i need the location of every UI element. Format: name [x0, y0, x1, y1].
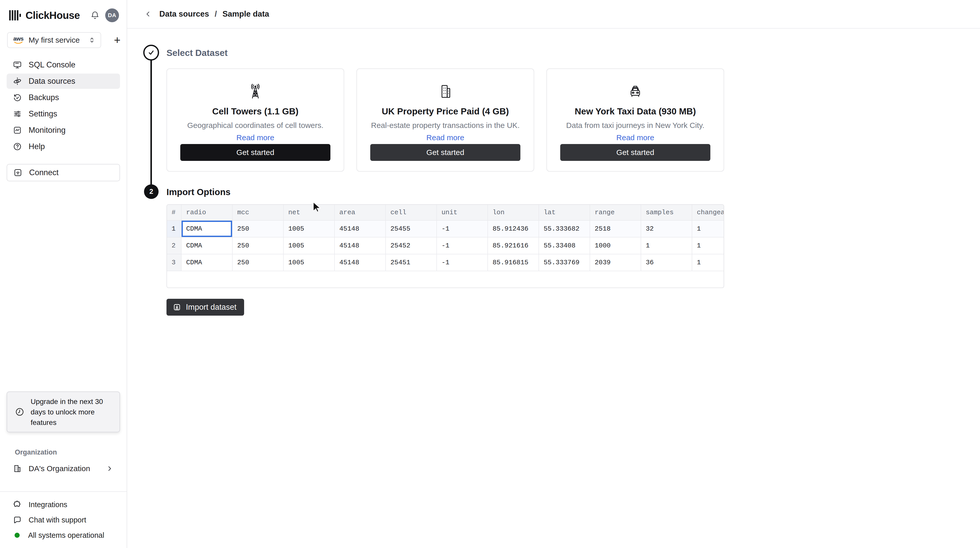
dataset-description: Data from taxi journeys in New York City…: [566, 121, 704, 130]
table-cell[interactable]: 1005: [284, 237, 335, 254]
table-cell[interactable]: 32: [641, 221, 692, 237]
organization-name: DA's Organization: [29, 464, 90, 473]
sidebar-item-sql-console[interactable]: SQL Console: [6, 57, 120, 73]
breadcrumb-data-sources[interactable]: Data sources: [159, 10, 209, 19]
building-icon: [13, 464, 22, 473]
sidebar-item-settings[interactable]: Settings: [6, 106, 120, 121]
import-dataset-label: Import dataset: [186, 303, 237, 312]
table-cell[interactable]: CDMA: [181, 237, 232, 254]
service-selector-row: aws My first service +: [7, 32, 121, 48]
read-more-link[interactable]: Read more: [616, 133, 654, 142]
table-cell[interactable]: 1000: [590, 237, 641, 254]
table-cell[interactable]: 2039: [590, 254, 641, 271]
column-header-radio: radio: [181, 205, 232, 221]
table-row: 1CDMA25010054514825455-185.91243655.3336…: [167, 221, 724, 237]
read-more-link[interactable]: Read more: [426, 133, 464, 142]
chevron-left-icon[interactable]: [144, 10, 152, 18]
table-cell[interactable]: 85.916815: [488, 254, 539, 271]
upgrade-banner[interactable]: Upgrade in the next 30 days to unlock mo…: [6, 392, 120, 432]
footer-item-integrations[interactable]: Integrations: [6, 497, 120, 512]
column-header-lon: lon: [488, 205, 539, 221]
table-cell[interactable]: 1: [692, 221, 724, 237]
import-dataset-button[interactable]: Import dataset: [167, 299, 244, 315]
table-cell[interactable]: 55.333769: [539, 254, 590, 271]
dataset-title: New York Taxi Data (930 MB): [575, 106, 696, 116]
table-cell[interactable]: 250: [232, 221, 284, 237]
breadcrumb-separator: /: [215, 10, 217, 19]
preview-table: #radiomccnetareacellunitlonlatrangesampl…: [167, 204, 724, 288]
table-cell[interactable]: 85.921616: [488, 237, 539, 254]
footer-item-chat-with-support[interactable]: Chat with support: [6, 512, 120, 527]
row-index[interactable]: 2: [167, 237, 181, 254]
table-cell[interactable]: -1: [437, 221, 488, 237]
cell-tower-icon: [247, 82, 264, 100]
chat-icon: [13, 515, 22, 524]
column-header-net: net: [284, 205, 335, 221]
avatar[interactable]: DA: [105, 8, 119, 22]
sidebar-item-data-sources[interactable]: Data sources: [6, 73, 120, 89]
table-cell[interactable]: 25452: [386, 237, 437, 254]
table-cell[interactable]: 1005: [284, 254, 335, 271]
sidebar-divider: [0, 491, 127, 492]
orbit-icon: [13, 76, 22, 86]
up-down-chevron-icon: [88, 37, 95, 44]
table-cell[interactable]: 36: [641, 254, 692, 271]
get-started-button[interactable]: Get started: [370, 144, 520, 161]
table-cell[interactable]: 1: [641, 237, 692, 254]
monitor-icon: [13, 60, 22, 70]
clickhouse-logo[interactable]: ClickHouse: [9, 10, 91, 21]
table-cell[interactable]: 45148: [335, 221, 386, 237]
upgrade-text: Upgrade in the next 30 days to unlock mo…: [31, 396, 113, 428]
table-cell[interactable]: CDMA: [181, 254, 232, 271]
column-header-index: #: [167, 205, 181, 221]
dataset-card: Cell Towers (1.1 GB) Geographical coordi…: [167, 68, 344, 172]
table-row: 3CDMA25010054514825451-185.91681555.3337…: [167, 254, 724, 271]
table-cell[interactable]: 25455: [386, 221, 437, 237]
table-cell[interactable]: 45148: [335, 237, 386, 254]
table-cell[interactable]: 1: [692, 237, 724, 254]
sidebar-item-backups[interactable]: Backups: [6, 90, 120, 105]
sidebar-nav: SQL ConsoleData sourcesBackupsSettingsMo…: [6, 57, 120, 155]
service-selector[interactable]: aws My first service: [7, 32, 101, 48]
puzzle-icon: [13, 500, 22, 509]
table-cell[interactable]: 25451: [386, 254, 437, 271]
table-cell[interactable]: 1: [692, 254, 724, 271]
connect-label: Connect: [29, 168, 59, 177]
table-row: 2CDMA25010054514825452-185.92161655.3340…: [167, 237, 724, 254]
table-cell[interactable]: 2518: [590, 221, 641, 237]
table-cell[interactable]: 45148: [335, 254, 386, 271]
bell-icon[interactable]: [91, 11, 100, 20]
table-header: #radiomccnetareacellunitlonlatrangesampl…: [167, 205, 724, 221]
table-cell[interactable]: CDMA: [181, 221, 232, 237]
get-started-button[interactable]: Get started: [180, 144, 331, 161]
read-more-link[interactable]: Read more: [237, 133, 274, 142]
table-body: 1CDMA25010054514825455-185.91243655.3336…: [167, 221, 724, 271]
footer-item-label: All systems operational: [28, 531, 104, 540]
organization-switcher[interactable]: DA's Organization: [6, 460, 120, 477]
clickhouse-logo-icon: [9, 10, 21, 21]
table-cell[interactable]: 1005: [284, 221, 335, 237]
column-header-lat: lat: [539, 205, 590, 221]
dataset-title: UK Property Price Paid (4 GB): [382, 106, 509, 116]
table-cell[interactable]: 85.912436: [488, 221, 539, 237]
add-service-button[interactable]: +: [114, 35, 121, 46]
table-cell[interactable]: -1: [437, 254, 488, 271]
step1-indicator: [143, 45, 159, 61]
table-cell[interactable]: 55.33408: [539, 237, 590, 254]
footer-item-all-systems-operational[interactable]: All systems operational: [6, 527, 120, 543]
breadcrumb-sample-data: Sample data: [223, 10, 269, 19]
table-cell[interactable]: 250: [232, 237, 284, 254]
table-cell[interactable]: 55.333682: [539, 221, 590, 237]
sidebar-item-label: Data sources: [29, 76, 75, 86]
get-started-button[interactable]: Get started: [560, 144, 710, 161]
connect-button[interactable]: Connect: [6, 164, 120, 181]
sidebar-item-label: Monitoring: [29, 126, 65, 135]
row-index[interactable]: 3: [167, 254, 181, 271]
sidebar-item-monitoring[interactable]: Monitoring: [6, 123, 120, 138]
sidebar-item-help[interactable]: Help: [6, 139, 120, 154]
table-cell[interactable]: -1: [437, 237, 488, 254]
table-cell[interactable]: 250: [232, 254, 284, 271]
row-index[interactable]: 1: [167, 221, 181, 237]
sidebar-footer: IntegrationsChat with supportAll systems…: [6, 497, 120, 543]
sliders-icon: [13, 109, 22, 118]
